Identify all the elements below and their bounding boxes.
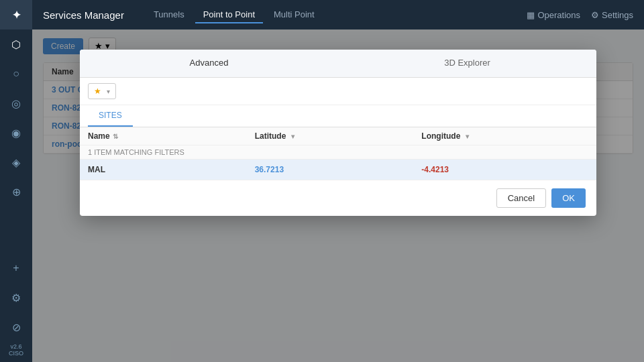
sidebar-icon-settings[interactable]: ⚙ (3, 284, 30, 311)
tab-tunnels[interactable]: Tunnels (146, 7, 193, 23)
modal-inner-tab-sites[interactable]: SITES (88, 105, 133, 127)
lat-dropdown-icon: ▾ (291, 133, 294, 140)
filter-dropdown-arrow: ▾ (107, 88, 110, 95)
top-nav: Services Manager Tunnels Point to Point … (32, 0, 644, 29)
sidebar-bottom: + ⚙ ⊘ v2.6CISO (3, 253, 30, 362)
sort-icon: ⇅ (113, 133, 118, 140)
modal-row-name: MAL (88, 165, 255, 174)
modal-dialog: Advanced 3D Explorer ★ ▾ SITES (80, 50, 596, 216)
filter-button[interactable]: ★ ▾ (88, 83, 116, 99)
ok-button[interactable]: OK (551, 188, 586, 208)
sidebar-icon-nav1[interactable]: ○ (3, 60, 30, 87)
nav-actions: ▦ Operations ⚙ Settings (527, 10, 633, 20)
modal-row-longitude: -4.4213 (421, 165, 588, 174)
lng-dropdown-icon: ▾ (466, 133, 469, 140)
modal-filter-count: 1 ITEM MATCHING FILTERS (80, 145, 596, 160)
sidebar-icon-nav3[interactable]: ◉ (3, 119, 30, 146)
modal-col-header-name: Name ⇅ (88, 131, 255, 141)
modal-row-latitude: 36.7213 (255, 165, 422, 174)
modal-data-row[interactable]: MAL 36.7213 -4.4213 (80, 160, 596, 180)
app-logo: ✦ (0, 0, 32, 29)
modal-col-header-longitude: Longitude ▾ (421, 131, 588, 141)
modal-footer: Cancel OK (80, 180, 596, 216)
cancel-button[interactable]: Cancel (496, 188, 546, 208)
app-title: Services Manager (43, 9, 124, 21)
settings-icon: ⚙ (591, 10, 599, 20)
sidebar-icon-nav2[interactable]: ◎ (3, 90, 30, 117)
modal-table-header: Name ⇅ Latitude ▾ Longitude ▾ (80, 127, 596, 145)
tab-multi-point[interactable]: Multi Point (266, 7, 323, 23)
operations-icon: ▦ (527, 10, 535, 20)
sidebar-icon-user[interactable]: ⊘ (3, 314, 30, 341)
star-filter-icon: ★ (94, 86, 101, 96)
sidebar-version-label: v2.6CISO (9, 343, 23, 357)
settings-button[interactable]: ⚙ Settings (591, 10, 633, 20)
sidebar-icon-add[interactable]: + (3, 255, 30, 282)
nav-tabs: Tunnels Point to Point Multi Point (146, 7, 323, 23)
tab-point-to-point[interactable]: Point to Point (195, 7, 263, 23)
sidebar-icon-nav5[interactable]: ⊕ (3, 178, 30, 205)
modal-overlay: Advanced 3D Explorer ★ ▾ SITES (32, 29, 644, 362)
modal-inner-tabs: SITES (80, 105, 596, 127)
main-content: Services Manager Tunnels Point to Point … (32, 0, 644, 362)
operations-button[interactable]: ▦ Operations (527, 10, 580, 20)
modal-table: Name ⇅ Latitude ▾ Longitude ▾ (80, 127, 596, 180)
page-area: Create ★ ▾ Name 3 OUT O... Done (32, 29, 644, 362)
sidebar: ✦ ⬡ ○ ◎ ◉ ◈ ⊕ + ⚙ ⊘ v2.6CISO (0, 0, 32, 362)
filter-row: ★ ▾ (80, 78, 596, 105)
sidebar-icon-home[interactable]: ⬡ (3, 31, 30, 58)
modal-tab-3d-explorer[interactable]: 3D Explorer (338, 50, 596, 77)
sidebar-icon-nav4[interactable]: ◈ (3, 149, 30, 176)
modal-col-header-latitude: Latitude ▾ (255, 131, 422, 141)
modal-top-tabs: Advanced 3D Explorer (80, 50, 596, 78)
modal-tab-advanced[interactable]: Advanced (80, 50, 338, 77)
